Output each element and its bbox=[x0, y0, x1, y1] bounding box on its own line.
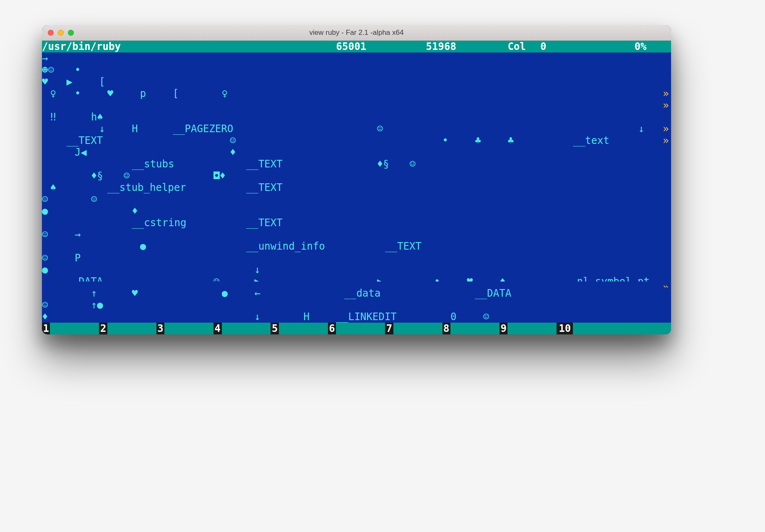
glyph: ↑● bbox=[91, 299, 107, 311]
glyph: ♀ bbox=[222, 88, 230, 99]
fnkey-label-4[interactable] bbox=[222, 323, 271, 334]
viewer-row: __stubs__TEXT♦§☺ bbox=[42, 158, 671, 170]
fnkey-10[interactable]: 10 bbox=[557, 323, 573, 334]
file-path: /usr/bin/ruby bbox=[42, 41, 287, 52]
fnkey-label-2[interactable] bbox=[107, 323, 156, 334]
glyph: __data bbox=[344, 287, 393, 299]
viewer-row: ●♦ bbox=[42, 205, 671, 217]
fnkey-label-3[interactable] bbox=[164, 323, 213, 334]
viewer-row: » bbox=[42, 99, 671, 111]
glyph: __text bbox=[573, 135, 622, 146]
glyph: H bbox=[303, 311, 311, 323]
viewer-row: ‼h♠ bbox=[42, 111, 671, 123]
glyph: p bbox=[140, 88, 148, 99]
fnkey-label-5[interactable] bbox=[279, 323, 328, 334]
percent: 0% bbox=[622, 41, 646, 52]
glyph: __unwind_info bbox=[246, 240, 352, 252]
fnkey-label-1[interactable] bbox=[50, 323, 99, 334]
glyph: ♦§ bbox=[91, 170, 107, 182]
fnkey-9[interactable]: 9 bbox=[500, 323, 507, 334]
glyph: ☺ bbox=[42, 193, 50, 205]
viewer-row: ↓H__PAGEZERO☺↓» bbox=[42, 123, 671, 135]
glyph: 0 bbox=[450, 311, 458, 323]
glyph: __DATA bbox=[66, 276, 115, 282]
fnkey-label-7[interactable] bbox=[393, 323, 442, 334]
fnkey-5[interactable]: 5 bbox=[271, 323, 278, 334]
glyph: ☺ bbox=[42, 252, 50, 264]
fnkey-6[interactable]: 6 bbox=[328, 323, 336, 334]
viewer-row: __cstring__TEXT bbox=[42, 217, 671, 229]
glyph: ☺ bbox=[91, 193, 99, 205]
glyph: __stub_helper bbox=[107, 182, 213, 193]
hex-view-body: →☻☺•♥▶[♀•♥p[♀»»‼h♠↓H__PAGEZERO☺↓»__TEXT☺… bbox=[42, 52, 671, 323]
fnkey-1[interactable]: 1 bbox=[42, 323, 50, 334]
glyph: ● bbox=[42, 264, 50, 276]
codepage: 65001 bbox=[336, 41, 385, 52]
glyph: ♥ bbox=[107, 88, 115, 99]
glyph: » bbox=[663, 123, 671, 135]
glyph: ♦§ bbox=[377, 158, 393, 170]
glyph: ♀ bbox=[50, 88, 58, 99]
fnkey-label-9[interactable] bbox=[507, 323, 557, 334]
glyph: ☺ bbox=[410, 158, 418, 170]
glyph: ▶ bbox=[377, 276, 385, 282]
minimize-icon[interactable] bbox=[58, 30, 64, 36]
fnkey-4[interactable]: 4 bbox=[213, 323, 221, 334]
keybar[interactable]: 12345678910 bbox=[42, 323, 671, 334]
glyph: __TEXT bbox=[246, 217, 295, 229]
viewer-row: ☺☺ bbox=[42, 193, 671, 205]
glyph: ▶ bbox=[254, 276, 262, 282]
glyph: ↑ bbox=[91, 287, 99, 299]
glyph: __LINKEDIT bbox=[336, 311, 418, 323]
glyph: ↓ bbox=[638, 123, 646, 135]
traffic-lights bbox=[48, 30, 74, 36]
glyph: ♥ bbox=[467, 276, 475, 282]
glyph: __DATA bbox=[475, 287, 524, 299]
viewer-row: → bbox=[42, 52, 671, 64]
glyph: ☺ bbox=[213, 276, 221, 282]
viewer-row: ●__unwind_info__TEXT bbox=[42, 240, 671, 252]
glyph: ☺ bbox=[124, 170, 132, 182]
glyph: » bbox=[663, 135, 671, 146]
glyph: ● bbox=[222, 287, 230, 299]
glyph: → bbox=[42, 52, 50, 64]
glyph: ♥ bbox=[132, 287, 140, 299]
glyph: ↓ bbox=[99, 123, 107, 135]
filesize: 51968 bbox=[426, 41, 475, 52]
fnkey-8[interactable]: 8 bbox=[442, 323, 450, 334]
glyph: ☺ bbox=[230, 135, 238, 146]
glyph: ♣ bbox=[475, 135, 483, 146]
window-title: view ruby - Far 2.1 -alpha x64 bbox=[310, 29, 404, 37]
fnkey-label-8[interactable] bbox=[450, 323, 500, 334]
viewer-row: __DATA☺▶▶•♥♦__nl_symbol_pt» bbox=[42, 276, 671, 287]
glyph: J◀ bbox=[75, 146, 91, 158]
glyph: [ bbox=[173, 88, 181, 99]
viewer-row: J◀♦ bbox=[42, 146, 671, 158]
glyph: • bbox=[75, 88, 83, 99]
glyph: ↓ bbox=[254, 311, 262, 323]
glyph: ● bbox=[140, 240, 148, 252]
glyph: ☻☺ bbox=[42, 64, 58, 76]
glyph: __cstring bbox=[132, 217, 205, 229]
glyph: ← bbox=[254, 287, 262, 299]
glyph: [ bbox=[99, 76, 107, 88]
glyph: • bbox=[434, 276, 442, 282]
glyph: ♣ bbox=[507, 135, 515, 146]
fnkey-2[interactable]: 2 bbox=[99, 323, 107, 334]
glyph: • bbox=[75, 64, 83, 76]
viewer-row: ☺↑● bbox=[42, 299, 671, 311]
zoom-icon[interactable] bbox=[68, 30, 74, 36]
viewer-row: ☺→ bbox=[42, 229, 671, 240]
close-icon[interactable] bbox=[48, 30, 54, 36]
glyph: • bbox=[442, 135, 450, 146]
titlebar[interactable]: view ruby - Far 2.1 -alpha x64 bbox=[42, 25, 671, 41]
viewer-row: ↑♥●←__data__DATA bbox=[42, 287, 671, 299]
fnkey-label-10[interactable] bbox=[573, 323, 671, 334]
fnkey-label-6[interactable] bbox=[336, 323, 385, 334]
glyph: __TEXT bbox=[66, 135, 115, 146]
glyph: ◘♦ bbox=[213, 170, 230, 182]
glyph: __PAGEZERO bbox=[173, 123, 255, 135]
fnkey-3[interactable]: 3 bbox=[156, 323, 164, 334]
glyph: ☺ bbox=[483, 311, 491, 323]
fnkey-7[interactable]: 7 bbox=[385, 323, 393, 334]
